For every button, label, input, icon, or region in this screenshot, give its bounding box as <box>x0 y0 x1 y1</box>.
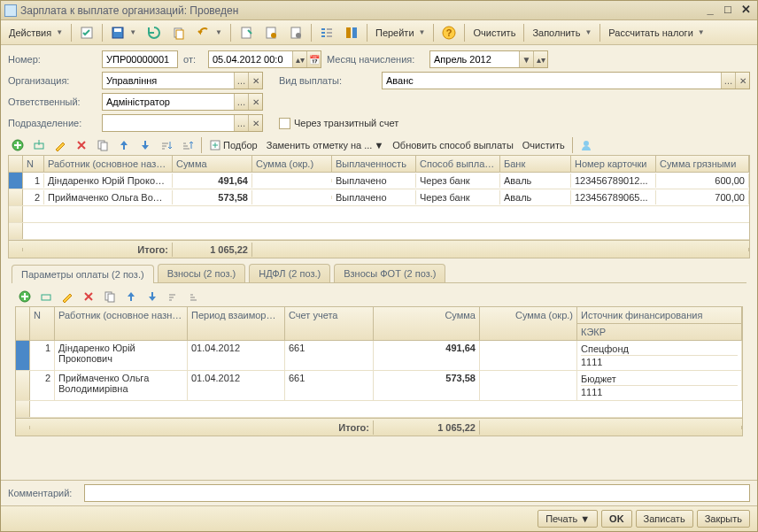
date-spinner-icon[interactable]: ▴▾ <box>292 51 306 67</box>
grid1-toolbar: Подбор Заменить отметку на ...▼ Обновить… <box>8 135 750 155</box>
sort-desc-button-2[interactable] <box>185 289 205 305</box>
add-row-button-2[interactable] <box>15 289 35 305</box>
col-bank[interactable]: Банк <box>500 156 571 172</box>
tabs: Параметры оплаты (2 поз.) Взносы (2 поз.… <box>12 264 750 282</box>
col-n[interactable]: N <box>23 156 44 172</box>
table-row[interactable]: 1 Діндаренко Юрій Прокоп... 491,64 Выпла… <box>9 173 749 189</box>
save-icon-button[interactable]: ▼ <box>106 23 141 42</box>
close-button-footer[interactable]: Закрыть <box>697 510 750 528</box>
org-clear-icon[interactable]: ✕ <box>248 73 262 89</box>
division-input[interactable]: …✕ <box>102 114 263 132</box>
comment-bar: Комментарий: <box>1 480 757 505</box>
tab-ndfl[interactable]: НДФЛ (2 поз.) <box>249 264 330 282</box>
fill-menu[interactable]: Заполнить▼ <box>528 25 596 41</box>
delete-row-button-2[interactable] <box>79 289 98 305</box>
division-clear-icon[interactable]: ✕ <box>248 115 262 131</box>
replace-mark-button[interactable]: Заменить отметку на ...▼ <box>263 138 388 152</box>
maximize-button[interactable]: □ <box>720 4 736 18</box>
titlebar: Зарплата к выплате организаций: Проведен… <box>1 1 757 20</box>
paytype-select-icon[interactable]: … <box>721 73 735 89</box>
sort-desc-button[interactable] <box>178 137 197 153</box>
number-input[interactable] <box>102 50 178 68</box>
delete-row-button[interactable] <box>72 137 91 153</box>
date-input[interactable]: ▴▾📅 <box>208 50 321 68</box>
copy-row-button-2[interactable] <box>100 289 120 305</box>
col-method[interactable]: Способ выплаты <box>416 156 500 172</box>
copy-icon-button[interactable] <box>167 23 190 42</box>
month-dropdown-icon[interactable]: ▼ <box>519 51 533 67</box>
date-calendar-icon[interactable]: 📅 <box>306 51 321 67</box>
goto-menu[interactable]: Перейти▼ <box>371 25 430 41</box>
paytype-clear-icon[interactable]: ✕ <box>735 73 749 89</box>
ok-button[interactable]: OK <box>601 510 632 528</box>
svg-point-7 <box>271 33 276 38</box>
comment-label: Комментарий: <box>8 488 79 498</box>
save-button[interactable]: Записать <box>636 510 693 528</box>
tab-payment-params[interactable]: Параметры оплаты (2 поз.) <box>12 265 154 283</box>
org-input[interactable]: …✕ <box>102 72 263 89</box>
responsible-select-icon[interactable]: … <box>234 94 248 110</box>
paytype-input[interactable]: …✕ <box>382 72 750 89</box>
table-row[interactable]: 1 Діндаренко Юрій Прокопович 01.04.2012 … <box>16 341 742 371</box>
move-down-button-2[interactable] <box>143 289 162 305</box>
insert-row-button-2[interactable] <box>36 289 56 305</box>
help-button[interactable]: ? <box>437 23 460 42</box>
form-area: Номер: от: ▴▾📅 Месяц начисления: ▼▴▾ Орг… <box>1 45 757 445</box>
svg-rect-23 <box>101 143 107 150</box>
print-menu[interactable]: Печать▼ <box>538 510 598 528</box>
col-card[interactable]: Номер карточки <box>571 156 656 172</box>
doc-button-3[interactable] <box>284 23 307 42</box>
edit-row-button-2[interactable] <box>58 289 77 305</box>
move-down-button[interactable] <box>135 137 155 153</box>
col-paid[interactable]: Выплаченность <box>332 156 416 172</box>
col-gross[interactable]: Сумма грязными <box>656 156 749 172</box>
close-button[interactable]: ✕ <box>738 4 754 18</box>
actions-menu[interactable]: Действия▼ <box>4 25 67 41</box>
refresh-icon-button[interactable] <box>143 23 166 42</box>
move-up-button[interactable] <box>114 137 134 153</box>
doc-button-1[interactable] <box>235 23 258 42</box>
doc-button-2[interactable] <box>259 23 282 42</box>
responsible-clear-icon[interactable]: ✕ <box>248 94 262 110</box>
tab-contributions-fot[interactable]: Взносы ФОТ (2 поз.) <box>334 264 445 282</box>
division-label: Подразделение: <box>8 118 97 128</box>
table-row[interactable]: 2 Приймаченко Ольга Володимирівна 01.04.… <box>16 371 742 401</box>
minimize-button[interactable]: _ <box>702 4 718 18</box>
month-select[interactable]: ▼▴▾ <box>429 50 548 68</box>
transit-checkbox[interactable]: Через транзитный счет <box>279 118 398 129</box>
insert-row-button[interactable] <box>29 137 49 153</box>
calc-taxes-menu[interactable]: Рассчитать налоги▼ <box>604 25 708 41</box>
org-select-icon[interactable]: … <box>234 73 248 89</box>
responsible-input[interactable]: …✕ <box>102 93 263 111</box>
undo-icon-button[interactable]: ▼ <box>192 23 227 42</box>
grid1-clear-button[interactable]: Очистить <box>519 138 568 152</box>
month-spinner-icon[interactable]: ▴▾ <box>533 51 547 67</box>
clear-button[interactable]: Очистить <box>468 25 520 41</box>
table-row[interactable]: 2 Приймаченко Ольга Воло... 573,58 Выпла… <box>9 189 749 206</box>
employees-grid: N Работник (основное назн... Сумма Сумма… <box>8 155 750 258</box>
svg-rect-2 <box>114 28 121 32</box>
user-icon-button[interactable] <box>576 137 596 153</box>
division-select-icon[interactable]: … <box>234 115 248 131</box>
date-label: от: <box>183 54 203 65</box>
sort-asc-button-2[interactable] <box>164 289 183 305</box>
list-button-1[interactable] <box>315 23 338 42</box>
sort-asc-button[interactable] <box>157 137 176 153</box>
col-sum-r[interactable]: Сумма (окр.) <box>252 156 332 172</box>
col-worker[interactable]: Работник (основное назн... <box>44 156 173 172</box>
tab-contributions[interactable]: Взносы (2 поз.) <box>158 264 246 282</box>
post-button[interactable] <box>75 23 98 42</box>
comment-input[interactable] <box>84 484 750 502</box>
doc-icon <box>4 4 17 17</box>
col-sum[interactable]: Сумма <box>173 156 252 172</box>
number-label: Номер: <box>8 54 97 65</box>
svg-rect-16 <box>346 27 351 38</box>
copy-row-button[interactable] <box>93 137 112 153</box>
refresh-method-button[interactable]: Обновить способ выплаты <box>389 138 516 152</box>
edit-row-button[interactable] <box>50 137 70 153</box>
move-up-button-2[interactable] <box>121 289 141 305</box>
svg-rect-11 <box>321 32 325 34</box>
add-row-button[interactable] <box>8 137 27 153</box>
pick-button[interactable]: Подбор <box>205 137 261 153</box>
list-button-2[interactable] <box>340 23 363 42</box>
